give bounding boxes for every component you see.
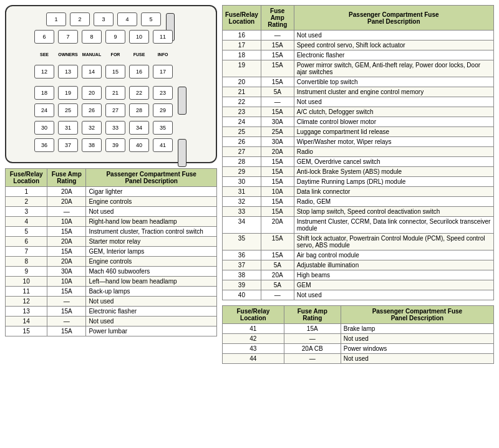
right-cell-14-1: 15A [261,177,294,187]
fuse-10: 10 [129,30,149,44]
left-cell-12-1: 15A [47,307,86,317]
left-cell-7-2: Engine controls [86,257,217,267]
fuse-19: 19 [58,86,78,100]
right-cell-20-2: Air bag control module [294,250,493,260]
right-cell-13-1: 15A [261,167,294,177]
right-cell-9-0: 25 [223,127,261,137]
left-cell-1-1: 20A [47,197,86,207]
fuse-row-2: 6 7 8 9 10 11 [12,30,210,44]
left-cell-8-2: Mach 460 subwoofers [86,267,217,277]
left-cell-6-1: 15A [47,247,86,257]
right-cell-22-2: High beams [294,270,493,280]
fuse-6: 6 [34,30,54,44]
br-cell-1-0: 42 [223,334,284,344]
fuse-12: 12 [34,65,54,79]
right-col-desc: Passenger Compartment FusePanel Descript… [294,6,493,31]
left-cell-6-0: 7 [6,247,47,257]
label-owners: OWNERS [58,47,78,61]
right-cell-4-0: 20 [223,77,261,87]
fuse-18: 18 [34,86,54,100]
right-cell-21-2: Adjustable illumination [294,260,493,270]
left-cell-13-1: — [47,317,86,326]
fuse-38: 38 [82,138,102,152]
right-cell-16-1: 15A [261,197,294,207]
fuse-13: 13 [58,65,78,79]
right-panel: Fuse/RelayLocation Fuse AmpRating Passen… [222,5,494,369]
right-cell-7-2: A/C clutch, Defogger switch [294,107,493,117]
br-cell-1-1: — [284,334,341,344]
br-cell-2-0: 43 [223,344,284,354]
right-cell-17-0: 33 [223,207,261,217]
right-cell-8-2: Climate control blower motor [294,117,493,127]
right-cell-12-1: 15A [261,157,294,167]
left-cell-10-2: Back-up lamps [86,287,217,297]
left-cell-12-0: 13 [6,307,47,317]
right-cell-4-2: Convertible top switch [294,77,493,87]
right-cell-19-1: 15A [261,234,294,250]
fuse-40: 40 [129,138,149,152]
right-cell-0-1: — [261,31,294,41]
fuse-4: 4 [117,12,137,26]
br-cell-0-0: 41 [223,324,284,334]
right-cell-7-1: 15A [261,107,294,117]
bottom-right-table-wrapper: Fuse/RelayLocation Fuse AmpRating Passen… [222,305,494,364]
right-cell-5-2: Instrument cluster and engine control me… [294,87,493,97]
left-fuse-table: Fuse/RelayLocation Fuse AmpRating Passen… [5,168,217,336]
right-cell-1-1: 15A [261,41,294,50]
right-cell-17-2: Stop lamp switch, Speed control deactiva… [294,207,493,217]
right-cell-10-1: 30A [261,137,294,147]
right-cell-23-2: GEM [294,280,493,290]
fuse-row-7: 36 37 38 39 40 41 [12,138,210,152]
fuse-5: 5 [141,12,161,26]
right-cell-3-2: Power mirror switch, GEM, Anti-theft rel… [294,60,493,77]
left-cell-3-2: Right-hand low beam headlamp [86,217,217,227]
right-cell-15-0: 31 [223,187,261,197]
left-cell-4-0: 5 [6,227,47,237]
right-col-location: Fuse/RelayLocation [223,6,261,31]
fuse-14: 14 [82,65,102,79]
right-cell-24-2: Not used [294,290,493,300]
left-cell-6-2: GEM, Interior lamps [86,247,217,257]
fuse-11: 11 [153,30,173,44]
right-cell-23-1: 5A [261,280,294,290]
right-cell-16-0: 32 [223,197,261,207]
right-cell-1-2: Speed control servo, Shift lock actuator [294,41,493,50]
fuse-8: 8 [82,30,102,44]
left-col-amp: Fuse AmpRating [47,169,86,187]
fuse-30: 30 [34,121,54,135]
fuse-28: 28 [129,103,149,117]
right-cell-8-1: 30A [261,117,294,127]
right-cell-7-0: 23 [223,107,261,117]
right-cell-18-2: Instrument Cluster, CCRM, Data link conn… [294,217,493,234]
fuse-35: 35 [153,121,173,135]
right-cell-22-0: 38 [223,270,261,280]
br-cell-0-2: Brake lamp [341,324,493,334]
fuse-7: 7 [58,30,78,44]
right-cell-13-0: 29 [223,167,261,177]
fuse-3: 3 [94,12,114,26]
right-cell-11-2: Radio [294,147,493,157]
right-cell-13-2: Anti-lock Brake System (ABS) module [294,167,493,177]
right-cell-0-0: 16 [223,31,261,41]
left-cell-11-1: — [47,297,86,307]
left-cell-10-1: 15A [47,287,86,297]
left-cell-8-0: 9 [6,267,47,277]
left-cell-2-2: Not used [86,207,217,217]
left-cell-0-0: 1 [6,187,47,197]
left-cell-1-0: 2 [6,197,47,207]
left-cell-11-2: Not used [86,297,217,307]
fuse-25: 25 [58,103,78,117]
left-cell-11-0: 12 [6,297,47,307]
br-cell-3-2: Not used [341,354,493,364]
left-cell-9-0: 10 [6,277,47,287]
left-cell-8-1: 30A [47,267,86,277]
right-cell-4-1: 15A [261,77,294,87]
left-cell-0-2: Cigar lighter [86,187,217,197]
right-cell-20-1: 15A [261,250,294,260]
label-fuse: FUSE [129,47,149,61]
right-cell-3-1: 15A [261,60,294,77]
right-cell-3-0: 19 [223,60,261,77]
fuse-23: 23 [153,86,173,100]
br-cell-2-1: 20A CB [284,344,341,354]
left-cell-2-0: 3 [6,207,47,217]
